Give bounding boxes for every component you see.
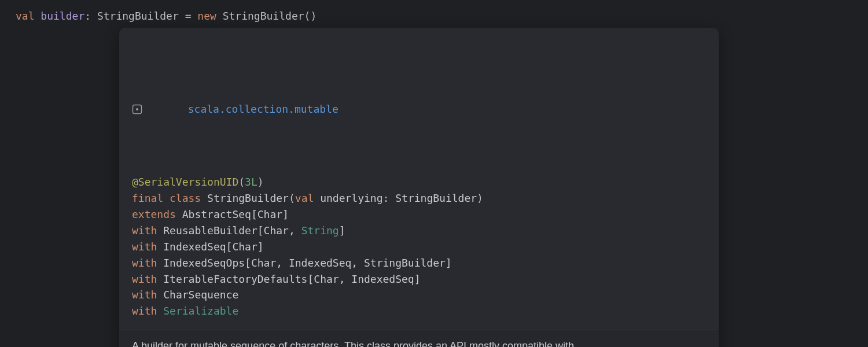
kw-new: new xyxy=(197,10,216,22)
ctor: StringBuilder xyxy=(223,10,304,22)
identifier: builder xyxy=(41,10,84,22)
anno-name: SerialVersionUID xyxy=(138,176,238,188)
anno-val: 3L xyxy=(245,176,258,188)
doc-signature: scala.collection.mutable @SerialVersionU… xyxy=(119,28,719,330)
kw-final-class: final class xyxy=(132,192,201,204)
anno-at: @ xyxy=(132,176,138,188)
package-icon xyxy=(132,72,182,147)
doc-description: A builder for mutable sequence of charac… xyxy=(119,330,719,347)
class-name: StringBuilder xyxy=(207,192,289,204)
ctor-parens: () xyxy=(304,10,317,22)
doc-popup: scala.collection.mutable @SerialVersionU… xyxy=(119,28,719,347)
type: StringBuilder xyxy=(97,10,179,22)
kw-val: val xyxy=(16,10,35,22)
package-link[interactable]: scala.collection.mutable xyxy=(188,101,339,117)
desc-text: A builder for mutable sequence of charac… xyxy=(132,340,574,347)
svg-point-1 xyxy=(136,108,138,110)
code-line[interactable]: val builder: StringBuilder = new StringB… xyxy=(0,0,868,24)
